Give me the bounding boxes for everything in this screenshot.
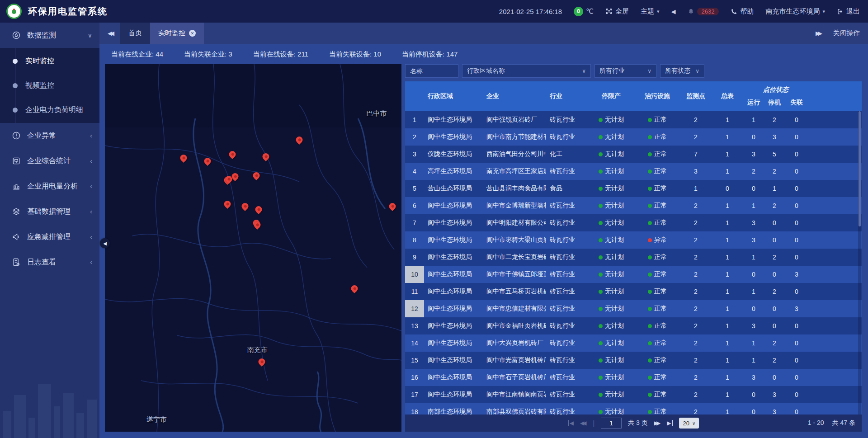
- top-header: 环保用电监管系统 2021-02-25 17:46:18 0 ℃ 全屏 主题▾ …: [0, 0, 868, 23]
- table-row[interactable]: 11 阆中生态环境局 阆中市五马桥页岩机砖 砖瓦行业 无计划 正常 2 1 1 …: [405, 283, 862, 300]
- cell-limit-status: 无计划: [588, 197, 635, 214]
- sidebar-group-enterprise-stats[interactable]: 企业综合统计 ‹: [0, 148, 99, 174]
- cell-company: 阆中大兴页岩机砖厂: [483, 334, 546, 352]
- industry-filter-select[interactable]: 所有行业 ∨: [594, 64, 656, 78]
- table-row[interactable]: 17 阆中生态环境局 阆中市江南镇阆南页岩 砖瓦行业 无计划 正常 2 1 0 …: [405, 386, 862, 403]
- cell-meters: 1: [712, 386, 743, 403]
- status-dot-icon: [648, 255, 652, 259]
- table-row[interactable]: 13 阆中生态环境局 阆中市金福旺页岩机砖 砖瓦行业 无计划 正常 2 1 3 …: [405, 317, 862, 334]
- map-canvas[interactable]: 巴中市南充市遂宁市: [105, 64, 401, 432]
- status-dot-icon: [599, 410, 603, 414]
- first-page-button[interactable]: ◀: [568, 420, 574, 426]
- table-row[interactable]: 14 阆中生态环境局 阆中大兴页岩机砖厂 砖瓦行业 无计划 正常 2 1 1 2…: [405, 334, 862, 352]
- app-title: 环保用电监管系统: [28, 5, 108, 18]
- cell-facility-status: 正常: [635, 352, 680, 369]
- table-scrollbar[interactable]: [858, 111, 861, 414]
- help-button[interactable]: 帮助: [731, 7, 754, 16]
- cell-limit-status: 无计划: [588, 146, 635, 163]
- cell-industry: 化工: [546, 146, 588, 163]
- status-dot-icon: [648, 393, 652, 397]
- page-number-input[interactable]: [601, 418, 622, 429]
- table-row[interactable]: 12 阆中生态环境局 阆中市忠信建材有限公 砖瓦行业 无计划 正常 2 1 0 …: [405, 300, 862, 317]
- cell-industry: 砖瓦行业: [546, 249, 588, 266]
- sidebar-group-base-data[interactable]: 基础数据管理 ‹: [0, 199, 99, 224]
- logout-button[interactable]: 退出: [837, 7, 860, 16]
- sidebar-item[interactable]: 实时监控: [0, 49, 99, 73]
- tabs-scroll-left-icon[interactable]: ◀◀: [99, 23, 120, 44]
- status-dot-icon: [599, 341, 603, 345]
- status-dot-icon: [648, 307, 652, 311]
- table-row[interactable]: 16 阆中生态环境局 阆中市石子页岩机砖厂 砖瓦行业 无计划 正常 2 1 3 …: [405, 369, 862, 386]
- cell-stopped: 3: [764, 128, 785, 146]
- sidebar-item[interactable]: 视频监控: [0, 73, 99, 98]
- table-row[interactable]: 1 阆中生态环境局 阆中强锐页岩砖厂 砖瓦行业 无计划 正常 2 1 1 2 0: [405, 111, 862, 128]
- sidebar-group-logs[interactable]: 日志查看 ‹: [0, 250, 99, 275]
- content-area: 当前在线企业: 44当前失联企业: 3当前在线设备: 211当前失联设备: 10…: [99, 44, 868, 438]
- sidebar-group-data-monitor[interactable]: 数据监测 ∨: [0, 23, 99, 48]
- sidebar-submenu: 实时监控 视频监控 企业电力负荷明细: [0, 48, 99, 123]
- status-dot-icon: [599, 204, 603, 208]
- bullet-icon: [13, 83, 18, 88]
- stat-item: 当前在线设备: 211: [253, 50, 308, 59]
- cell-limit-status: 无计划: [588, 249, 635, 266]
- last-page-button[interactable]: ▶: [667, 420, 673, 426]
- status-dot-icon: [599, 393, 603, 397]
- cell-running: 0: [743, 180, 764, 197]
- status-dot-icon: [599, 118, 603, 122]
- stat-item: 当前失联企业: 3: [184, 50, 232, 59]
- cell-company: 阆中明阳建材有限公司: [483, 214, 546, 231]
- cell-offline: 0: [785, 163, 808, 180]
- table-row[interactable]: 5 营山生态环境局 营山县润丰肉食品有限 食品 无计划 正常 1 0 0 1 0: [405, 180, 862, 197]
- status-dot-icon: [599, 290, 603, 294]
- tab-close-icon[interactable]: ✕: [189, 30, 196, 37]
- status-dot-icon: [599, 255, 603, 259]
- row-index: 13: [405, 317, 424, 334]
- next-page-button[interactable]: ▶▶: [654, 420, 660, 426]
- table-row[interactable]: 4 高坪生态环境局 南充市高坪区王家店建 砖瓦行业 无计划 正常 3 1 2 2…: [405, 163, 862, 180]
- fullscreen-button[interactable]: 全屏: [605, 7, 629, 16]
- cell-company: 阆中市金福旺页岩机砖: [483, 317, 546, 334]
- table-row[interactable]: 3 仪陇生态环境局 西南油气田分公司川中 化工 无计划 正常 7 1 3 5 0: [405, 146, 862, 163]
- sidebar-group-emergency[interactable]: 应急减排管理 ‹: [0, 224, 99, 250]
- status-dot-icon: [599, 135, 603, 139]
- prev-page-button[interactable]: ◀◀: [580, 420, 586, 426]
- table-row[interactable]: 9 阆中生态环境局 阆中市二龙长宝页岩砖 砖瓦行业 无计划 正常 2 1 1 2…: [405, 249, 862, 266]
- table-row[interactable]: 2 阆中生态环境局 阆中市南方节能建材有 砖瓦行业 无计划 正常 2 1 0 3…: [405, 128, 862, 146]
- table-header: 行政区域 企业 行业 停限产 治污设施 监测点 总表 点位状态 运行 停机 失联: [405, 81, 862, 111]
- table-row[interactable]: 10 阆中生态环境局 阆中市千佛镇五郎垭页岩 砖瓦行业 无计划 正常 2 1 0…: [405, 266, 862, 283]
- table-row[interactable]: 6 阆中生态环境局 阆中市金博瑞新型墙材 砖瓦行业 无计划 正常 2 1 1 2…: [405, 197, 862, 214]
- cell-company: 阆中市五马桥页岩机砖: [483, 283, 546, 300]
- tab-home[interactable]: 首页: [120, 23, 150, 44]
- sidebar-item[interactable]: 企业电力负荷明细: [0, 98, 99, 122]
- cell-facility-status: 正常: [635, 163, 680, 180]
- close-operations-button[interactable]: 关闭操作: [833, 29, 860, 38]
- cell-limit-status: 无计划: [588, 386, 635, 403]
- page-size-select[interactable]: 20 ∨: [679, 418, 699, 429]
- status-filter-select[interactable]: 所有状态 ∨: [660, 64, 704, 78]
- app-window: 环保用电监管系统 2021-02-25 17:46:18 0 ℃ 全屏 主题▾ …: [0, 0, 868, 438]
- sidebar-collapse-handle[interactable]: ◀: [100, 238, 110, 248]
- sound-toggle[interactable]: ◀: [671, 8, 676, 15]
- tabs-scroll-right-icon[interactable]: ▶▶: [816, 30, 820, 37]
- datetime: 2021-02-25 17:46:18: [499, 8, 562, 15]
- cell-industry: 砖瓦行业: [546, 369, 588, 386]
- table-row[interactable]: 15 阆中生态环境局 阆中市光富页岩机砖厂 砖瓦行业 无计划 正常 2 1 1 …: [405, 352, 862, 369]
- notifications[interactable]: 2632: [688, 8, 719, 15]
- org-dropdown[interactable]: 南充市生态环境局▾: [765, 7, 825, 16]
- table-row[interactable]: 7 阆中生态环境局 阆中明阳建材有限公司 砖瓦行业 无计划 正常 2 1 3 0…: [405, 214, 862, 231]
- sidebar-group-enterprise-alert[interactable]: 企业异常 ‹: [0, 123, 99, 148]
- region-filter-select[interactable]: 行政区域名称 ∨: [462, 64, 591, 78]
- name-filter-input[interactable]: [410, 67, 453, 75]
- table-row[interactable]: 8 阆中生态环境局 阆中市枣碧大梁山页岩 砖瓦行业 无计划 异常 2 1 3 0…: [405, 231, 862, 249]
- alert-icon: [12, 131, 21, 140]
- cell-region: 阆中生态环境局: [424, 283, 483, 300]
- theme-dropdown[interactable]: 主题▾: [641, 7, 660, 16]
- sidebar-group-power-analysis[interactable]: 企业用电量分析 ‹: [0, 174, 99, 199]
- cell-running: 1: [743, 111, 764, 128]
- cell-limit-status: 无计划: [588, 128, 635, 146]
- log-icon: [12, 258, 21, 267]
- pagination-bar: ◀ ◀◀ | 共 3 页 ▶▶ ▶ 20 ∨: [405, 414, 862, 432]
- tab-realtime-monitor[interactable]: 实时监控 ✕: [150, 23, 204, 44]
- cell-offline: 0: [785, 231, 808, 249]
- cell-monitor-points: 2: [680, 214, 712, 231]
